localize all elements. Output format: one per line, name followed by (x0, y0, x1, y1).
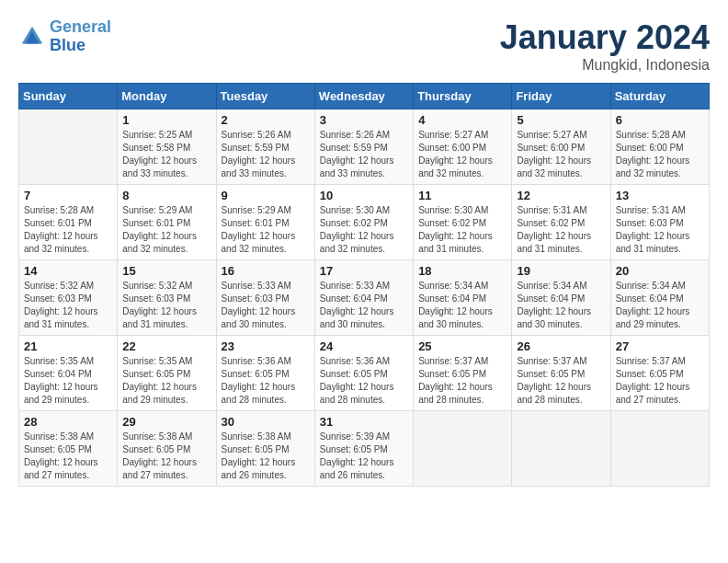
location-subtitle: Mungkid, Indonesia (500, 57, 710, 74)
calendar-cell: 27Sunrise: 5:37 AMSunset: 6:05 PMDayligh… (610, 336, 709, 411)
calendar-cell: 15Sunrise: 5:32 AMSunset: 6:03 PMDayligh… (118, 260, 216, 336)
calendar-cell: 3Sunrise: 5:26 AMSunset: 5:59 PMDaylight… (314, 109, 413, 185)
day-info: Sunrise: 5:37 AMSunset: 6:05 PMDaylight:… (517, 355, 605, 407)
day-number: 7 (24, 189, 112, 202)
page-header: General Blue January 2024 Mungkid, Indon… (18, 18, 710, 74)
header-monday: Monday (118, 84, 216, 109)
calendar-cell: 26Sunrise: 5:37 AMSunset: 6:05 PMDayligh… (512, 336, 610, 411)
day-number: 31 (320, 415, 408, 429)
day-info: Sunrise: 5:32 AMSunset: 6:03 PMDaylight:… (24, 280, 112, 331)
calendar-cell: 11Sunrise: 5:30 AMSunset: 6:02 PMDayligh… (414, 185, 512, 260)
day-info: Sunrise: 5:25 AMSunset: 5:58 PMDaylight:… (122, 129, 210, 180)
day-number: 21 (24, 339, 112, 353)
day-info: Sunrise: 5:32 AMSunset: 6:03 PMDaylight:… (122, 280, 210, 331)
day-number: 27 (616, 339, 704, 353)
day-number: 8 (122, 189, 210, 202)
day-info: Sunrise: 5:33 AMSunset: 6:03 PMDaylight:… (222, 280, 310, 331)
day-number: 4 (418, 113, 506, 127)
day-number: 16 (222, 264, 310, 278)
calendar-cell: 4Sunrise: 5:27 AMSunset: 6:00 PMDaylight… (414, 109, 512, 185)
calendar-cell: 25Sunrise: 5:37 AMSunset: 6:05 PMDayligh… (414, 336, 512, 411)
day-number: 29 (122, 415, 210, 429)
calendar-cell: 19Sunrise: 5:34 AMSunset: 6:04 PMDayligh… (512, 260, 610, 336)
day-number: 26 (517, 339, 605, 353)
logo-text: General Blue (50, 18, 111, 55)
calendar-cell (414, 411, 512, 487)
calendar-cell: 18Sunrise: 5:34 AMSunset: 6:04 PMDayligh… (414, 260, 512, 336)
calendar-cell (610, 411, 709, 487)
day-info: Sunrise: 5:31 AMSunset: 6:03 PMDaylight:… (616, 204, 704, 256)
day-number: 23 (222, 339, 310, 353)
header-sunday: Sunday (19, 84, 118, 109)
calendar-cell (19, 109, 118, 185)
calendar-header-row: SundayMondayTuesdayWednesdayThursdayFrid… (19, 84, 710, 109)
calendar-cell: 23Sunrise: 5:36 AMSunset: 6:05 PMDayligh… (216, 336, 314, 411)
day-number: 13 (616, 189, 704, 202)
logo: General Blue (18, 18, 111, 55)
header-friday: Friday (512, 84, 610, 109)
day-info: Sunrise: 5:37 AMSunset: 6:05 PMDaylight:… (616, 355, 704, 407)
logo-icon (18, 23, 46, 51)
day-number: 3 (320, 113, 408, 127)
calendar-cell: 16Sunrise: 5:33 AMSunset: 6:03 PMDayligh… (216, 260, 314, 336)
title-section: January 2024 Mungkid, Indonesia (500, 18, 710, 74)
day-info: Sunrise: 5:29 AMSunset: 6:01 PMDaylight:… (122, 204, 210, 256)
day-info: Sunrise: 5:33 AMSunset: 6:04 PMDaylight:… (320, 280, 408, 331)
calendar-cell: 1Sunrise: 5:25 AMSunset: 5:58 PMDaylight… (118, 109, 216, 185)
calendar-table: SundayMondayTuesdayWednesdayThursdayFrid… (18, 83, 710, 487)
day-number: 15 (122, 264, 210, 278)
calendar-cell: 28Sunrise: 5:38 AMSunset: 6:05 PMDayligh… (19, 411, 118, 487)
calendar-cell: 7Sunrise: 5:28 AMSunset: 6:01 PMDaylight… (19, 185, 118, 260)
day-number: 5 (517, 113, 605, 127)
day-info: Sunrise: 5:28 AMSunset: 6:01 PMDaylight:… (24, 204, 112, 256)
header-tuesday: Tuesday (216, 84, 314, 109)
day-info: Sunrise: 5:38 AMSunset: 6:05 PMDaylight:… (24, 431, 112, 482)
day-number: 9 (222, 189, 310, 202)
week-row-3: 14Sunrise: 5:32 AMSunset: 6:03 PMDayligh… (19, 260, 710, 336)
day-info: Sunrise: 5:30 AMSunset: 6:02 PMDaylight:… (320, 204, 408, 256)
calendar-cell: 2Sunrise: 5:26 AMSunset: 5:59 PMDaylight… (216, 109, 314, 185)
week-row-1: 1Sunrise: 5:25 AMSunset: 5:58 PMDaylight… (19, 109, 710, 185)
calendar-cell: 9Sunrise: 5:29 AMSunset: 6:01 PMDaylight… (216, 185, 314, 260)
day-info: Sunrise: 5:26 AMSunset: 5:59 PMDaylight:… (320, 129, 408, 180)
header-wednesday: Wednesday (314, 84, 413, 109)
day-info: Sunrise: 5:34 AMSunset: 6:04 PMDaylight:… (517, 280, 605, 331)
day-info: Sunrise: 5:36 AMSunset: 6:05 PMDaylight:… (222, 355, 310, 407)
month-title: January 2024 (500, 18, 710, 57)
day-info: Sunrise: 5:34 AMSunset: 6:04 PMDaylight:… (418, 280, 506, 331)
day-number: 12 (517, 189, 605, 202)
day-info: Sunrise: 5:35 AMSunset: 6:05 PMDaylight:… (122, 355, 210, 407)
day-info: Sunrise: 5:39 AMSunset: 6:05 PMDaylight:… (320, 431, 408, 482)
calendar-cell (512, 411, 610, 487)
day-info: Sunrise: 5:27 AMSunset: 6:00 PMDaylight:… (517, 129, 605, 180)
day-info: Sunrise: 5:34 AMSunset: 6:04 PMDaylight:… (616, 280, 704, 331)
calendar-cell: 20Sunrise: 5:34 AMSunset: 6:04 PMDayligh… (610, 260, 709, 336)
day-number: 22 (122, 339, 210, 353)
day-info: Sunrise: 5:31 AMSunset: 6:02 PMDaylight:… (517, 204, 605, 256)
day-number: 17 (320, 264, 408, 278)
day-number: 6 (616, 113, 704, 127)
day-number: 10 (320, 189, 408, 202)
day-number: 18 (418, 264, 506, 278)
day-number: 11 (418, 189, 506, 202)
calendar-cell: 13Sunrise: 5:31 AMSunset: 6:03 PMDayligh… (610, 185, 709, 260)
day-info: Sunrise: 5:38 AMSunset: 6:05 PMDaylight:… (122, 431, 210, 482)
day-number: 2 (222, 113, 310, 127)
day-info: Sunrise: 5:28 AMSunset: 6:00 PMDaylight:… (616, 129, 704, 180)
day-number: 24 (320, 339, 408, 353)
day-number: 28 (24, 415, 112, 429)
week-row-4: 21Sunrise: 5:35 AMSunset: 6:04 PMDayligh… (19, 336, 710, 411)
calendar-cell: 17Sunrise: 5:33 AMSunset: 6:04 PMDayligh… (314, 260, 413, 336)
day-info: Sunrise: 5:35 AMSunset: 6:04 PMDaylight:… (24, 355, 112, 407)
day-info: Sunrise: 5:37 AMSunset: 6:05 PMDaylight:… (418, 355, 506, 407)
calendar-cell: 24Sunrise: 5:36 AMSunset: 6:05 PMDayligh… (314, 336, 413, 411)
header-thursday: Thursday (414, 84, 512, 109)
calendar-cell: 31Sunrise: 5:39 AMSunset: 6:05 PMDayligh… (314, 411, 413, 487)
day-number: 25 (418, 339, 506, 353)
day-number: 20 (616, 264, 704, 278)
day-info: Sunrise: 5:29 AMSunset: 6:01 PMDaylight:… (222, 204, 310, 256)
day-info: Sunrise: 5:27 AMSunset: 6:00 PMDaylight:… (418, 129, 506, 180)
calendar-cell: 8Sunrise: 5:29 AMSunset: 6:01 PMDaylight… (118, 185, 216, 260)
day-number: 19 (517, 264, 605, 278)
day-info: Sunrise: 5:30 AMSunset: 6:02 PMDaylight:… (418, 204, 506, 256)
